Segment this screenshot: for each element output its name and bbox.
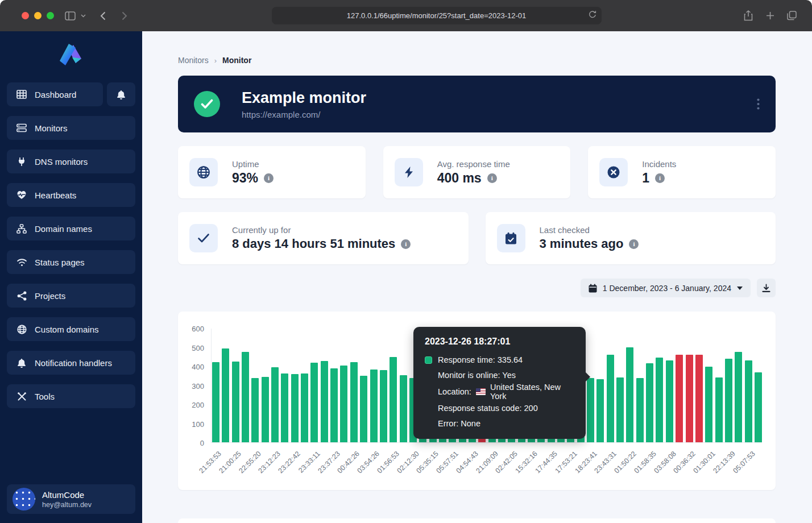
globe-stat-icon — [197, 165, 210, 179]
chart-bar-up[interactable] — [755, 372, 762, 442]
chevron-down-icon[interactable] — [78, 8, 88, 24]
chart-bar-up[interactable] — [636, 378, 644, 442]
stat-icon-box — [599, 158, 628, 186]
chart-bar-up[interactable] — [400, 375, 407, 442]
monitor-url: https://example.com/ — [242, 110, 366, 119]
forward-button[interactable] — [117, 8, 132, 24]
chart-bar-up[interactable] — [222, 348, 229, 442]
tooltip-row-text: United States, New York — [490, 383, 574, 401]
sidebar-toggle-icon[interactable] — [62, 8, 78, 24]
chart-bar-up[interactable] — [262, 377, 269, 442]
sidebar-item-custom-domains[interactable]: Custom domains — [7, 317, 135, 341]
tooltip-row-text: Error: None — [438, 419, 480, 428]
status-up-check-icon — [194, 91, 220, 117]
chart-bar-up[interactable] — [607, 355, 614, 442]
info-icon[interactable]: i — [264, 173, 274, 183]
minimize-window-button[interactable] — [34, 12, 42, 19]
chart-bar-up[interactable] — [350, 362, 358, 442]
sidebar-item-monitors[interactable]: Monitors — [7, 116, 135, 140]
calendar-icon — [589, 284, 597, 293]
chart-bar-up[interactable] — [666, 360, 673, 442]
info-icon[interactable]: i — [487, 173, 497, 183]
back-button[interactable] — [95, 8, 111, 24]
chart-bar-up[interactable] — [380, 370, 387, 442]
share-icon[interactable] — [740, 8, 756, 24]
stat-label: Last checked — [540, 225, 639, 235]
download-button[interactable] — [757, 279, 776, 297]
sidebar-item-label: Monitors — [35, 123, 68, 133]
sidebar-item-tools[interactable]: Tools — [7, 384, 135, 408]
reload-icon[interactable] — [589, 10, 596, 20]
share-nodes-icon — [16, 291, 27, 301]
notifications-bell-button[interactable] — [107, 82, 135, 106]
y-axis-tick: 600 — [178, 325, 204, 333]
info-icon[interactable]: i — [655, 173, 665, 183]
chart-bar-up[interactable] — [725, 359, 732, 442]
main-content: Monitors › Monitor Example monitor https… — [142, 31, 812, 523]
currently-up-for-card: Currently up for8 days 14 hours 51 minut… — [178, 212, 469, 264]
breadcrumb: Monitors › Monitor — [178, 55, 776, 66]
chart-bar-up[interactable] — [212, 362, 219, 442]
chart-bar-up[interactable] — [340, 366, 347, 442]
new-tab-icon[interactable] — [762, 8, 778, 24]
date-range-label: 1 December, 2023 - 6 January, 2024 — [603, 284, 731, 293]
chart-bar-up[interactable] — [616, 377, 624, 442]
stat-value: 3 minutes ago — [540, 236, 624, 251]
chart-bar-up[interactable] — [370, 370, 378, 442]
chart-bar-up[interactable] — [232, 362, 239, 442]
address-bar[interactable]: 127.0.0.1/66uptime/monitor/25?start_date… — [272, 7, 602, 24]
chart-bar-up[interactable] — [330, 368, 338, 442]
chart-bar-up[interactable] — [242, 352, 249, 442]
chart-bar-up[interactable] — [281, 373, 288, 442]
stat-value: 8 days 14 hours 51 minutes — [232, 236, 395, 251]
sidebar-item-domain-names[interactable]: Domain names — [7, 217, 135, 240]
tab-overview-icon[interactable] — [784, 8, 799, 24]
chart-bar-up[interactable] — [596, 379, 604, 442]
monitor-menu-kebab-icon[interactable] — [757, 98, 760, 110]
zoom-window-button[interactable] — [47, 12, 54, 19]
user-card[interactable]: AltumCode hey@altum.dev — [7, 484, 135, 514]
chart-bar-down[interactable] — [695, 355, 703, 442]
wifi-icon — [16, 258, 27, 267]
chart-bar-up[interactable] — [390, 357, 397, 442]
chart-bar-up[interactable] — [587, 378, 594, 442]
chart-bar-up[interactable] — [745, 360, 752, 442]
sidebar: DashboardMonitorsDNS monitorsHeartbeatsD… — [0, 31, 142, 523]
date-range-picker[interactable]: 1 December, 2023 - 6 January, 2024 — [581, 279, 751, 297]
chart-bar-up[interactable] — [715, 377, 723, 442]
sidebar-item-status-pages[interactable]: Status pages — [7, 250, 135, 274]
grid-icon — [16, 90, 27, 99]
breadcrumb-chevron-icon: › — [214, 56, 217, 65]
info-icon[interactable]: i — [401, 239, 411, 249]
sidebar-item-dashboard[interactable]: Dashboard — [7, 82, 103, 106]
incidents-card: Incidents1i — [588, 146, 776, 198]
close-window-button[interactable] — [22, 12, 29, 19]
chart-bar-down[interactable] — [676, 355, 683, 442]
tooltip-row-text: Monitor is online: Yes — [438, 371, 516, 380]
chart-bar-up[interactable] — [626, 347, 633, 443]
y-axis-tick: 200 — [178, 401, 204, 409]
chart-bar-up[interactable] — [310, 363, 318, 442]
chart-bar-up[interactable] — [705, 367, 712, 442]
sidebar-item-dns-monitors[interactable]: DNS monitors — [7, 150, 135, 173]
info-icon[interactable]: i — [629, 239, 639, 249]
chart-bar-up[interactable] — [251, 378, 259, 442]
chart-bar-up[interactable] — [301, 373, 308, 442]
sidebar-item-label: Projects — [35, 291, 65, 301]
chart-bar-down[interactable] — [686, 355, 693, 442]
chart-bar-up[interactable] — [656, 358, 663, 442]
tooltip-datetime: 2023-12-26 18:27:01 — [425, 337, 574, 347]
chart-bar-up[interactable] — [321, 361, 328, 442]
y-axis-tick: 500 — [178, 343, 204, 352]
browser-chrome: 127.0.0.1/66uptime/monitor/25?start_date… — [0, 0, 812, 31]
chart-bar-up[interactable] — [291, 374, 299, 442]
breadcrumb-monitors-link[interactable]: Monitors — [178, 56, 209, 65]
sidebar-item-heartbeats[interactable]: Heartbeats — [7, 183, 135, 207]
y-axis-tick: 400 — [178, 363, 204, 371]
sidebar-item-notification-handlers[interactable]: Notification handlers — [7, 351, 135, 375]
sidebar-item-projects[interactable]: Projects — [7, 284, 135, 308]
chart-bar-up[interactable] — [360, 376, 367, 442]
chart-bar-up[interactable] — [271, 367, 279, 442]
chart-bar-up[interactable] — [735, 352, 742, 442]
chart-bar-up[interactable] — [646, 363, 653, 442]
